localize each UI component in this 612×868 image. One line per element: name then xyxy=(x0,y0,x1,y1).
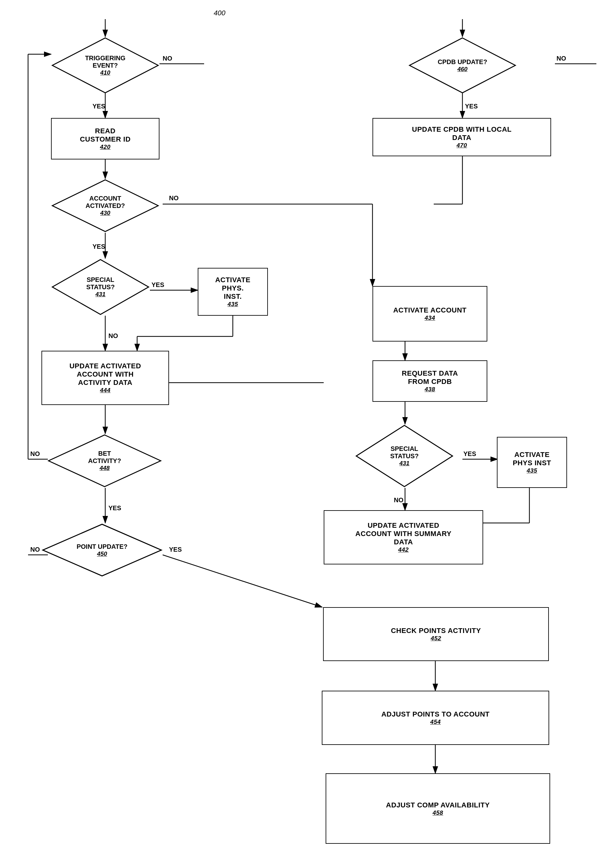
activate-phys-inst-left-node: ACTIVATEPHYS.INST. 435 xyxy=(198,268,268,316)
svg-text:YES: YES xyxy=(93,103,105,110)
request-data-cpdb-node: REQUEST DATAFROM CPDB 438 xyxy=(372,360,487,402)
update-activated-account-node: UPDATE ACTIVATEDACCOUNT WITHACTIVITY DAT… xyxy=(42,351,169,405)
svg-text:NO: NO xyxy=(169,195,178,202)
svg-line-27 xyxy=(163,555,322,607)
update-activated-summary-node: UPDATE ACTIVATEDACCOUNT WITH SUMMARYDATA… xyxy=(324,510,483,564)
svg-text:NO: NO xyxy=(30,450,40,457)
svg-text:YES: YES xyxy=(93,243,105,250)
triggering-event-diamond: TRIGGERING EVENT? 410 xyxy=(51,37,160,94)
svg-text:YES: YES xyxy=(169,546,182,553)
svg-text:YES: YES xyxy=(465,103,478,110)
svg-text:NO: NO xyxy=(163,55,172,62)
svg-text:NO: NO xyxy=(394,496,403,504)
svg-text:YES: YES xyxy=(108,504,121,512)
svg-text:NO: NO xyxy=(556,55,566,62)
special-status-left-diamond: SPECIALSTATUS? 431 xyxy=(51,258,150,316)
activate-account-node: ACTIVATE ACCOUNT 434 xyxy=(372,286,487,341)
adjust-comp-availability-node: ADJUST COMP AVAILABILITY 458 xyxy=(325,773,550,844)
point-update-diamond: POINT UPDATE? 450 xyxy=(42,523,163,577)
diagram-label: 400 xyxy=(214,9,225,17)
special-status-right-diamond: SPECIALSTATUS? 431 xyxy=(355,424,454,488)
read-customer-id-node: READCUSTOMER ID 420 xyxy=(51,118,160,160)
svg-text:NO: NO xyxy=(30,546,40,553)
cpdb-update-diamond: CPDB UPDATE? 460 xyxy=(408,37,517,94)
svg-text:YES: YES xyxy=(152,281,164,288)
check-points-activity-node: CHECK POINTS ACTIVITY 452 xyxy=(323,607,549,661)
update-cpdb-local-node: UPDATE CPDB WITH LOCALDATA 470 xyxy=(372,118,551,156)
flowchart-diagram: 400 YES NO YES NO YES NO xyxy=(0,0,612,868)
svg-text:NO: NO xyxy=(108,332,118,339)
svg-text:YES: YES xyxy=(463,450,476,457)
activate-phys-inst-right-node: ACTIVATEPHYS INST 435 xyxy=(497,437,567,488)
account-activated-diamond: ACCOUNTACTIVATED? 430 xyxy=(51,178,160,233)
bet-activity-diamond: BETACTIVITY? 448 xyxy=(47,434,162,488)
adjust-points-to-account-node: ADJUST POINTS TO ACCOUNT 454 xyxy=(322,691,549,745)
